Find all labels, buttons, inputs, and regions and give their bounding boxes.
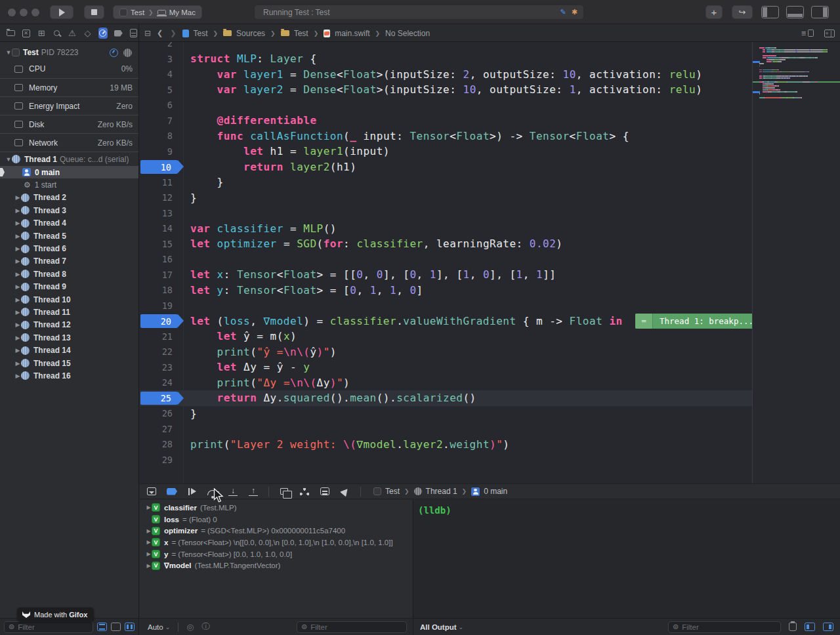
code-line-27[interactable]: 27 — [140, 421, 753, 437]
line-gutter[interactable]: 14 — [140, 221, 180, 237]
line-gutter[interactable]: 17 — [140, 267, 180, 283]
code-line-14[interactable]: 14var classifier = MLP() — [140, 221, 753, 237]
line-gutter[interactable]: 15 — [140, 236, 180, 252]
code-line-26[interactable]: 26} — [140, 406, 753, 422]
line-gutter[interactable]: 20 — [140, 314, 180, 329]
code-line-9[interactable]: 9 let h1 = layer1(input) — [140, 144, 753, 159]
thread-row-3[interactable]: ▶Thread 3 — [0, 204, 138, 216]
thread-row-9[interactable]: ▶Thread 9 — [0, 281, 138, 293]
toggle-debug-area-button[interactable] — [786, 6, 804, 18]
breakpoint-navigator-icon[interactable] — [114, 28, 123, 39]
scheme-selector[interactable]: Test ❯ My Mac — [113, 5, 202, 19]
variable-row-optimizer[interactable]: ▶Voptimizer= (SGD<Test.MLP>) 0x000000011… — [140, 525, 412, 537]
gauge-row-network[interactable]: NetworkZero KB/s — [0, 133, 138, 152]
forward-button[interactable]: ❯ — [169, 29, 177, 37]
console-filter-input[interactable] — [682, 623, 776, 631]
variables-filter-input[interactable] — [310, 623, 402, 631]
line-gutter[interactable]: 11 — [140, 174, 180, 190]
variables-scope-popup[interactable]: Auto⌄ — [148, 623, 170, 631]
breadcrumb-target[interactable]: Test — [385, 487, 400, 496]
breakpoint-hit-badge[interactable]: =Thread 1: breakp... — [635, 314, 753, 329]
gauge-row-memory[interactable]: Memory19 MB — [0, 78, 138, 96]
variable-row-loss[interactable]: Vloss= (Float) 0 — [140, 514, 412, 525]
source-editor[interactable]: 23struct MLP: Layer {4 var layer1 = Dens… — [140, 42, 840, 483]
debug-navigator-icon[interactable] — [98, 28, 108, 39]
code-line-12[interactable]: 12} — [140, 190, 753, 206]
disclosure-right-icon[interactable]: ▶ — [146, 504, 152, 510]
breadcrumb-sources[interactable]: Sources — [236, 29, 265, 38]
thread-1-row[interactable]: ▼ Thread 1 Queue: c...d (serial) — [0, 152, 138, 166]
hide-debug-area-button[interactable] — [146, 487, 157, 497]
code-line-2[interactable]: 2 — [140, 42, 753, 51]
code-line-28[interactable]: 28print("Layer 2 weight: \(∇model.layer2… — [140, 437, 753, 453]
thread-row-12[interactable]: ▶Thread 12 — [0, 319, 138, 331]
thread-row-4[interactable]: ▶Thread 4 — [0, 217, 138, 230]
line-gutter[interactable]: 28 — [140, 437, 180, 453]
thread-row-15[interactable]: ▶Thread 15 — [0, 357, 138, 369]
disclosure-right-icon[interactable]: ▶ — [146, 551, 152, 557]
line-gutter[interactable]: 10 — [140, 159, 180, 175]
disclosure-right-icon[interactable]: ▶ — [146, 528, 152, 534]
symbol-navigator-icon[interactable]: ⊞ — [37, 28, 46, 39]
line-gutter[interactable]: 18 — [140, 283, 180, 298]
show-running-blocks-icon[interactable] — [97, 623, 107, 631]
breakpoint-marker[interactable]: 20 — [140, 314, 178, 328]
variable-row-∇model[interactable]: ▶V∇model(Test.MLP.TangentVector) — [140, 560, 412, 571]
disclosure-down-icon[interactable]: ▼ — [5, 156, 12, 163]
line-gutter[interactable]: 16 — [140, 252, 180, 268]
code-line-13[interactable]: 13 — [140, 205, 753, 221]
line-gutter[interactable]: 3 — [140, 51, 180, 67]
view-process-by-queue-icon[interactable] — [125, 623, 135, 631]
variables-filter-field[interactable]: ⊜ — [297, 621, 407, 633]
line-gutter[interactable]: 9 — [140, 144, 180, 159]
breakpoint-marker[interactable]: 10 — [140, 160, 178, 174]
memory-graph-button[interactable] — [299, 487, 310, 497]
code-line-5[interactable]: 5 var layer2 = Dense<Float>(inputSize: 1… — [140, 82, 753, 98]
dock-console-icon[interactable] — [823, 623, 833, 631]
line-gutter[interactable]: 29 — [140, 452, 180, 468]
breadcrumb-file[interactable]: main.swift — [335, 29, 369, 38]
code-line-4[interactable]: 4 var layer1 = Dense<Float>(inputSize: 2… — [140, 67, 753, 83]
environment-overrides-button[interactable] — [320, 487, 330, 497]
code-line-24[interactable]: 24 print("Δy =\n\(Δy)") — [140, 375, 753, 391]
step-into-button[interactable]: ↓ — [228, 487, 238, 497]
console-view[interactable]: (lldb) — [413, 500, 840, 618]
code-line-11[interactable]: 11 } — [140, 174, 753, 190]
project-navigator-icon[interactable] — [6, 28, 15, 39]
console-output-popup[interactable]: All Output⌄ — [420, 623, 463, 631]
test-navigator-icon[interactable]: ◇ — [83, 28, 92, 39]
code-line-15[interactable]: 15let optimizer = SGD(for: classifier, l… — [140, 236, 753, 252]
info-circle-icon[interactable]: ⓘ — [201, 621, 210, 632]
code-line-6[interactable]: 6 — [140, 98, 753, 113]
code-line-7[interactable]: 7 @differentiable — [140, 113, 753, 129]
breadcrumb-frame[interactable]: 0 main — [484, 487, 507, 496]
navigator-filter-field[interactable]: ⊜ — [4, 621, 93, 633]
toggle-navigator-button[interactable] — [761, 6, 779, 18]
line-gutter[interactable]: 25 — [140, 390, 180, 406]
show-crashed-threads-icon[interactable] — [111, 623, 121, 631]
disclosure-right-icon[interactable]: ▶ — [146, 563, 152, 569]
threads-view-icon[interactable] — [123, 49, 132, 57]
line-gutter[interactable]: 4 — [140, 67, 180, 83]
code-line-17[interactable]: 17let x: Tensor<Float> = [[0, 0], [0, 1]… — [140, 267, 753, 283]
simulate-location-button[interactable] — [340, 487, 350, 497]
zoom-window-button[interactable] — [32, 9, 39, 16]
toggle-inspectors-button[interactable] — [811, 6, 829, 18]
thread-row-11[interactable]: ▶Thread 11 — [0, 306, 138, 318]
breadcrumb-thread[interactable]: Thread 1 — [426, 487, 457, 496]
thread-row-6[interactable]: ▶Thread 6 — [0, 242, 138, 255]
line-gutter[interactable]: 24 — [140, 375, 180, 391]
line-gutter[interactable]: 26 — [140, 406, 180, 422]
code-line-22[interactable]: 22 print("ŷ =\n\(ŷ)") — [140, 344, 753, 360]
disclosure-right-icon[interactable]: ▶ — [146, 539, 152, 545]
disclosure-down-icon[interactable]: ▼ — [5, 49, 12, 56]
gauge-row-cpu[interactable]: CPU0% — [0, 60, 138, 78]
related-items-icon[interactable]: ⊟ — [144, 29, 151, 38]
code-line-25[interactable]: 25 return Δy.squared().mean().scalarized… — [140, 390, 753, 406]
thread-row-13[interactable]: ▶Thread 13 — [0, 331, 138, 344]
close-window-button[interactable] — [8, 9, 16, 16]
variable-row-x[interactable]: ▶Vx= (Tensor<Float>) \n[[0.0, 0.0],\n [0… — [140, 537, 412, 548]
location-circle-icon[interactable]: ◎ — [186, 622, 194, 632]
breadcrumb-project[interactable]: Test — [194, 29, 208, 38]
library-button[interactable]: + — [705, 5, 723, 19]
